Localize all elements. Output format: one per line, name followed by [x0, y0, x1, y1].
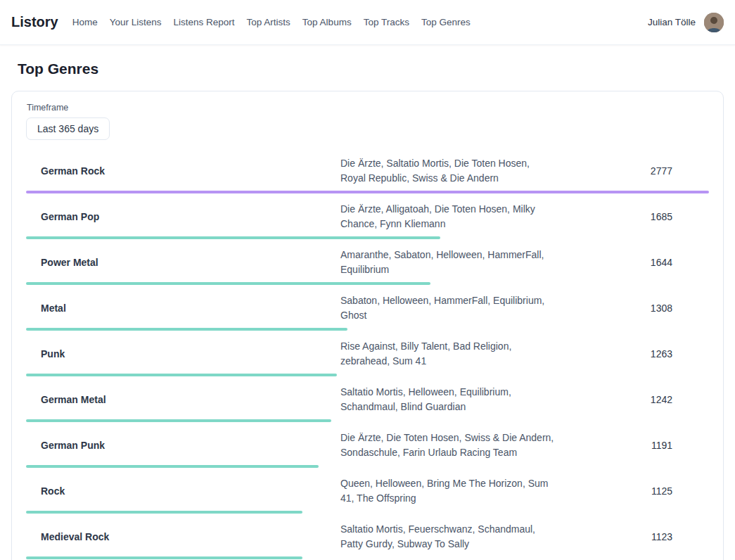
genre-top-artists: Die Ärzte, Saltatio Mortis, Die Toten Ho…: [340, 156, 555, 186]
top-genres-card: Timeframe Last 365 days German RockDie Ä…: [11, 91, 724, 560]
user-area: Julian Tölle: [648, 13, 724, 32]
genre-progress-bar: [26, 191, 709, 193]
genre-name: German Rock: [26, 165, 340, 177]
genre-progress-bar: [26, 465, 319, 468]
genre-row: German MetalSaltatio Mortis, Helloween, …: [26, 378, 709, 424]
genre-name: German Punk: [26, 440, 340, 451]
genre-name: Rock: [26, 485, 340, 497]
genre-listen-count: 1308: [555, 303, 709, 314]
main-nav: HomeYour ListensListens ReportTop Artist…: [72, 17, 648, 27]
genre-listen-count: 1191: [555, 440, 709, 451]
genre-table: German RockDie Ärzte, Saltatio Mortis, D…: [26, 149, 709, 560]
nav-item-top-albums[interactable]: Top Albums: [302, 17, 352, 27]
genre-name: German Pop: [26, 211, 340, 222]
genre-listen-count: 1125: [555, 485, 709, 497]
genre-row: German RockDie Ärzte, Saltatio Mortis, D…: [26, 149, 709, 195]
page-content: Top Genres Timeframe Last 365 days Germa…: [0, 61, 735, 560]
page-title: Top Genres: [18, 61, 717, 77]
timeframe-label: Timeframe: [27, 103, 709, 113]
nav-item-top-genres[interactable]: Top Genres: [421, 17, 471, 27]
genre-progress-bar: [26, 511, 302, 514]
nav-item-listens-report[interactable]: Listens Report: [174, 17, 235, 27]
genre-listen-count: 2777: [555, 165, 709, 177]
genre-progress-bar: [26, 556, 302, 559]
genre-top-artists: Die Ärzte, Die Toten Hosen, Swiss & Die …: [340, 431, 555, 460]
genre-listen-count: 1685: [555, 211, 709, 222]
genre-top-artists: Saltatio Mortis, Feuerschwanz, Schandmau…: [340, 522, 555, 552]
nav-item-top-artists[interactable]: Top Artists: [247, 17, 290, 27]
genre-listen-count: 1123: [555, 531, 709, 542]
genre-progress-bar: [26, 374, 337, 376]
nav-item-top-tracks[interactable]: Top Tracks: [364, 17, 409, 27]
genre-top-artists: Die Ärzte, Alligatoah, Die Toten Hosen, …: [340, 202, 555, 231]
genre-progress-bar: [26, 419, 331, 422]
genre-top-artists: Queen, Helloween, Bring Me The Horizon, …: [340, 476, 555, 506]
genre-name: Medieval Rock: [26, 531, 340, 542]
genre-row: German PopDie Ärzte, Alligatoah, Die Tot…: [26, 195, 709, 241]
genre-top-artists: Amaranthe, Sabaton, Helloween, HammerFal…: [340, 248, 555, 277]
genre-row: MetalSabaton, Helloween, HammerFall, Equ…: [26, 286, 709, 332]
genre-name: German Metal: [26, 394, 340, 405]
genre-top-artists: Rise Against, Billy Talent, Bad Religion…: [340, 339, 555, 369]
genre-progress-bar: [26, 328, 347, 331]
brand-logo[interactable]: Listory: [11, 14, 58, 30]
genre-name: Punk: [26, 348, 340, 359]
genre-listen-count: 1644: [555, 257, 709, 268]
genre-listen-count: 1263: [555, 348, 709, 359]
nav-item-your-listens[interactable]: Your Listens: [110, 17, 162, 27]
nav-item-home[interactable]: Home: [72, 17, 98, 27]
genre-row: Power MetalAmaranthe, Sabaton, Helloween…: [26, 241, 709, 286]
genre-row: Medieval RockSaltatio Mortis, Feuerschwa…: [26, 515, 709, 560]
genre-row: RockQueen, Helloween, Bring Me The Horiz…: [26, 469, 709, 515]
top-nav: Listory HomeYour ListensListens ReportTo…: [0, 0, 735, 45]
timeframe-select[interactable]: Last 365 days: [26, 117, 110, 140]
genre-row: German PunkDie Ärzte, Die Toten Hosen, S…: [26, 424, 709, 469]
genre-top-artists: Sabaton, Helloween, HammerFall, Equilibr…: [340, 293, 555, 323]
genre-name: Metal: [26, 303, 340, 314]
user-avatar-icon[interactable]: [704, 13, 724, 32]
genre-progress-bar: [26, 236, 440, 239]
user-name[interactable]: Julian Tölle: [648, 17, 696, 27]
genre-progress-bar: [26, 282, 430, 285]
genre-row: PunkRise Against, Billy Talent, Bad Reli…: [26, 332, 709, 378]
genre-listen-count: 1242: [555, 394, 709, 405]
genre-name: Power Metal: [26, 257, 340, 268]
genre-top-artists: Saltatio Mortis, Helloween, Equilibrium,…: [340, 385, 555, 414]
